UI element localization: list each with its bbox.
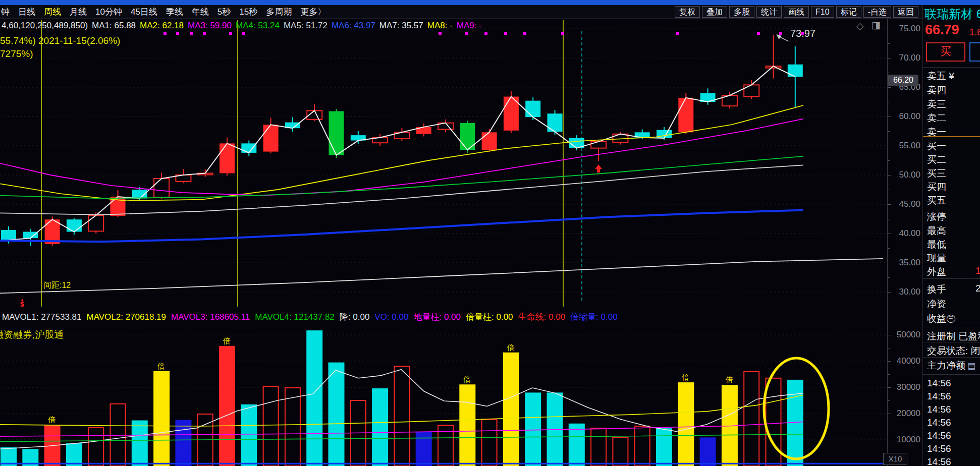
axis-tick — [888, 204, 891, 205]
quote-sidebar: 联瑞新材 68 66.79 1.69 买 卖五 ¥卖四卖三卖二卖一买一买二买三买… — [922, 5, 980, 466]
buy-button[interactable]: 买 — [926, 42, 965, 62]
window-title-strip — [0, 0, 980, 5]
axis-tick — [888, 73, 890, 73]
period-toolbar: 钟日线周线月线10分钟45日线季线年线5秒15秒多周期更多〉 复权叠加多股统计画… — [0, 5, 980, 19]
candle-body — [154, 179, 169, 197]
sidebar-divider — [923, 342, 980, 342]
panel-toggle-icon[interactable]: ◨ — [872, 19, 881, 31]
quote-info-row-label: 涨停 — [927, 211, 946, 222]
mavol-value: MAVOL4: 121437.82 — [255, 312, 335, 322]
quote-info-row-label: 最高 — [927, 225, 946, 236]
tick-time-label: 14:56 — [927, 378, 951, 388]
volume-bar — [635, 426, 650, 466]
diamond-icon[interactable]: ◇ — [856, 20, 864, 32]
bei-volume-label: 倍 — [48, 415, 56, 424]
period-tab[interactable]: 多周期 — [266, 6, 292, 18]
signal-dot — [439, 32, 442, 35]
volume-bar — [263, 386, 279, 466]
candle-body — [329, 111, 344, 155]
signal-dot — [484, 32, 487, 35]
period-tab[interactable]: 15秒 — [239, 6, 257, 18]
candle-body — [23, 232, 38, 239]
list-icon[interactable]: ▤ — [967, 361, 975, 371]
bei-volume-label: 倍 — [507, 343, 515, 352]
mavol-value: 生命线: 0.00 — [518, 312, 566, 322]
toolbar-button[interactable]: 多股 — [729, 6, 754, 18]
annotation-percent: 7275%) — [0, 48, 33, 60]
period-tab[interactable]: 月线 — [70, 6, 87, 18]
volume-bar — [329, 363, 345, 466]
volume-bar — [241, 404, 257, 466]
tick-time: 14:56 — [927, 404, 951, 415]
axis-tick — [888, 292, 891, 293]
sell-level-4: 卖四 — [927, 84, 946, 97]
buy-level-4: 买四 — [927, 181, 946, 194]
mavol-value: 地量柱: 0.00 — [413, 312, 461, 322]
period-tab[interactable]: 季线 — [166, 6, 183, 18]
tick-time: 14:56 — [927, 430, 951, 441]
volume-bar — [175, 420, 191, 466]
mavol-value: MAVOL3: 168605.11 — [171, 312, 250, 322]
period-tab[interactable]: 更多〉 — [300, 6, 326, 18]
axis-tick — [888, 263, 891, 263]
volume-bar — [416, 432, 432, 466]
tick-time-label: 14:56 — [927, 404, 951, 415]
volume-bar — [678, 382, 694, 466]
candle-body — [1, 230, 16, 240]
mavol-value: MAVOL1: 277533.81 — [2, 312, 82, 322]
bei-volume-label: 倍 — [725, 375, 733, 384]
period-tab[interactable]: 10分钟 — [95, 6, 122, 18]
chart-area[interactable]: 倍倍倍倍倍倍倍 4,60,120,250,489,850)MA1: 65.88M… — [0, 0, 887, 466]
toolbar-button[interactable]: 画线 — [784, 6, 809, 18]
period-tabs: 钟日线周线月线10分钟45日线季线年线5秒15秒多周期更多〉 — [1, 5, 326, 18]
period-tab[interactable]: 周线 — [44, 6, 61, 18]
volume-bar — [88, 428, 103, 466]
signal-dot — [504, 32, 507, 35]
volume-bar — [219, 346, 235, 466]
toolbar-button[interactable]: 标记 — [836, 6, 861, 18]
signal-dot — [779, 32, 782, 35]
ma-value: MA2: 62.18 — [140, 21, 184, 30]
period-tab[interactable]: 5秒 — [217, 6, 231, 18]
tick-time-label: 14:56 — [927, 443, 951, 454]
mavol-indicator-row: MAVOL1: 277533.81MAVOL2: 270618.19MAVOL3… — [2, 311, 623, 323]
sell-button[interactable] — [969, 42, 980, 62]
signal-dot — [176, 32, 179, 35]
candle-body — [482, 132, 497, 150]
quote-info-row-label: 净资 — [927, 299, 946, 309]
sidebar-divider — [923, 357, 980, 358]
signal-dot — [242, 32, 245, 35]
volume-bar — [306, 330, 322, 466]
current-price-tag: 66.20 — [888, 75, 918, 86]
period-tab[interactable]: 年线 — [192, 6, 209, 18]
volume-bar — [744, 372, 759, 466]
sell-level-5-label: 卖五 ¥ — [927, 71, 954, 81]
toolbar-button[interactable]: 返回 — [893, 6, 918, 18]
axis-tick — [888, 146, 891, 146]
toolbar-button[interactable]: -自选 — [863, 6, 891, 18]
axis-tick — [888, 58, 891, 59]
toolbar-button[interactable]: F10 — [811, 6, 834, 18]
quote-info-row-value: 1 — [975, 265, 980, 276]
axis-tick — [888, 234, 891, 234]
ma-value: MA7: 35.57 — [379, 21, 423, 30]
toolbar-button[interactable]: 复权 — [675, 6, 700, 18]
sell-level-2-label: 卖二 — [927, 112, 946, 123]
period-tab[interactable]: 45日线 — [131, 6, 157, 18]
sidebar-divider — [923, 67, 980, 68]
toolbar-button[interactable]: 统计 — [756, 6, 782, 18]
candlestick-volume-chart[interactable]: 倍倍倍倍倍倍倍 — [0, 0, 887, 466]
axis-tick — [888, 175, 891, 176]
period-tab[interactable]: 钟 — [1, 6, 10, 18]
toolbar-button[interactable]: 叠加 — [702, 6, 727, 18]
price-axis-label: 30.00 — [899, 287, 920, 297]
quote-info-row: 最高 — [927, 224, 946, 238]
signal-dot — [190, 32, 193, 35]
volume-bar — [459, 384, 475, 466]
bei-volume-label: 倍 — [463, 375, 471, 383]
high-annotation-arrowhead — [777, 34, 782, 39]
axis-tick — [888, 374, 890, 375]
period-tab[interactable]: 日线 — [18, 6, 35, 18]
volume-bar — [153, 371, 170, 466]
volume-bar — [503, 353, 519, 466]
